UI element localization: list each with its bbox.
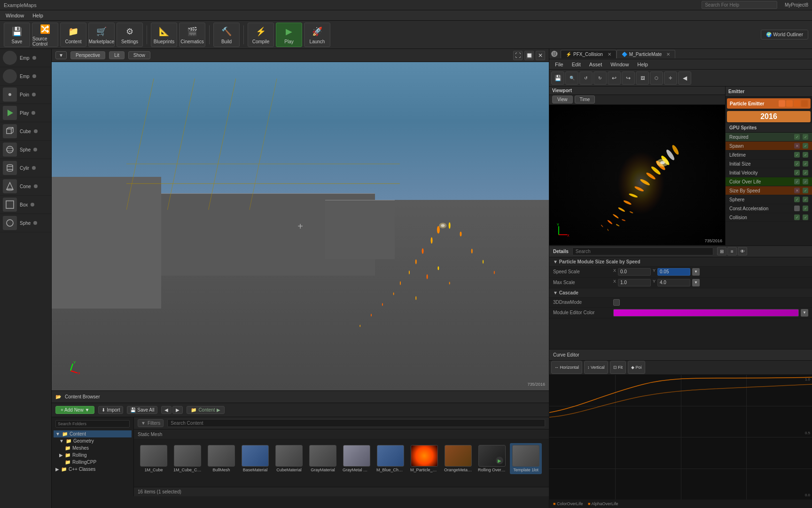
tree-item-cpp-classes[interactable]: ▶ 📁 C++ Classes bbox=[54, 466, 132, 473]
module-required[interactable]: Required ✓ ✓ bbox=[726, 133, 812, 142]
left-item-emp1[interactable]: Emp bbox=[0, 49, 51, 67]
asset-graymaterial[interactable]: GrayMaterial bbox=[307, 443, 339, 474]
toolbar-marketplace-btn[interactable]: 🛒 Marketplace bbox=[88, 23, 115, 47]
casc-bounds-btn[interactable]: ⬡ bbox=[650, 71, 663, 85]
pfx-close-icon[interactable]: ✕ bbox=[608, 52, 611, 57]
show-btn[interactable]: Show bbox=[128, 51, 150, 59]
module-color-over-life[interactable]: Color Over Life ✓ ✓ bbox=[726, 177, 812, 186]
module-spawn[interactable]: Spawn ✕ ✓ bbox=[726, 142, 812, 151]
toolbar-cinematics-btn[interactable]: 🎬 Cinematics bbox=[179, 23, 205, 47]
asset-1m-cube[interactable]: 1M_Cube bbox=[138, 443, 170, 474]
toolbar-settings-btn[interactable]: ⚙ Settings bbox=[117, 23, 143, 47]
lit-btn[interactable]: Lit bbox=[109, 51, 125, 59]
material-tab[interactable]: 🔷 M_ParticleMate ✕ bbox=[617, 50, 675, 58]
asset-template[interactable]: Template 1lot bbox=[510, 443, 542, 474]
viewport-toggle-btn[interactable]: ▼ bbox=[55, 51, 67, 59]
cascade-time-btn[interactable]: Time bbox=[575, 95, 595, 103]
cascade-help-menu[interactable]: Help bbox=[633, 61, 652, 68]
module-lifetime[interactable]: Lifetime ✓ ✓ bbox=[726, 151, 812, 159]
asset-bullmesh[interactable]: BullMesh bbox=[205, 443, 237, 474]
asset-mblue-checker[interactable]: M_Blue_Checker bbox=[375, 443, 406, 474]
perspective-btn[interactable]: Perspective bbox=[70, 51, 105, 59]
details-list-btn[interactable]: ≡ bbox=[727, 247, 737, 255]
add-new-btn[interactable]: + Add New ▼ bbox=[55, 406, 94, 414]
max-scale-menu-btn[interactable]: ▼ bbox=[692, 279, 700, 286]
casc-origin-btn[interactable]: ✛ bbox=[664, 71, 677, 85]
toolbar-blueprints-btn[interactable]: 📐 Blueprints bbox=[151, 23, 177, 47]
toolbar-save-btn[interactable]: 💾 Save bbox=[4, 23, 30, 47]
tree-item-rolling[interactable]: ▶ 📁 Rolling bbox=[54, 452, 132, 459]
filters-btn[interactable]: ▼ Filters bbox=[138, 419, 164, 427]
cascade-window-menu[interactable]: Window bbox=[607, 61, 632, 68]
casc-undo-btn[interactable]: ↩ bbox=[608, 71, 621, 85]
module-size-by-speed[interactable]: Size By Speed ✕ ✓ bbox=[726, 186, 812, 195]
asset-orangemetal[interactable]: OrangeMetal Material bbox=[442, 443, 474, 474]
speed-scale-x-input[interactable] bbox=[618, 268, 651, 276]
curve-poi-btn[interactable]: ◆ Poi bbox=[628, 361, 645, 374]
asset-mparticle-mat[interactable]: M_Particle_Mat bbox=[408, 443, 440, 474]
close-viewport-btn[interactable]: ✕ bbox=[536, 51, 545, 60]
save-all-btn[interactable]: 💾 Save All bbox=[127, 406, 157, 414]
tree-item-content[interactable]: ▼ 📁 Content bbox=[54, 430, 132, 437]
details-grid-btn[interactable]: ⊞ bbox=[717, 247, 726, 255]
search-help-placeholder[interactable]: Search For Help bbox=[702, 1, 777, 9]
casc-thumbnail-btn[interactable]: 🖼 bbox=[636, 71, 649, 85]
left-item-sphere1[interactable]: Sphe bbox=[0, 141, 51, 159]
casc-restart-level-btn[interactable]: ↻ bbox=[593, 71, 607, 85]
particle-emitter-box[interactable]: Particle Emitter bbox=[727, 98, 811, 109]
cascade-edit-menu[interactable]: Edit bbox=[568, 61, 585, 68]
menu-window[interactable]: Window bbox=[2, 12, 28, 19]
restore-btn[interactable]: 🔲 bbox=[524, 51, 534, 60]
left-item-box[interactable]: Box bbox=[0, 196, 51, 214]
speed-scale-menu-btn[interactable]: ▼ bbox=[692, 268, 700, 276]
max-scale-y-input[interactable] bbox=[657, 279, 690, 286]
toolbar-play-btn[interactable]: ▶ Play bbox=[276, 23, 302, 47]
left-item-sphere2[interactable]: Sphe bbox=[0, 214, 51, 232]
toolbar-build-btn[interactable]: 🔨 Build bbox=[213, 23, 240, 47]
left-item-cone[interactable]: Cone bbox=[0, 177, 51, 196]
main-viewport[interactable]: + X Y 735/2016 bbox=[52, 62, 549, 390]
module-initial-velocity[interactable]: Initial Velocity ✓ ✓ bbox=[726, 168, 812, 177]
asset-cubematerial[interactable]: CubeMaterial bbox=[273, 443, 305, 474]
cascade-file-menu[interactable]: File bbox=[551, 61, 567, 68]
module-const-acceleration[interactable]: Const Acceleration ✓ bbox=[726, 204, 812, 213]
back-btn[interactable]: ◀ bbox=[161, 406, 172, 414]
tree-item-rollingcpp[interactable]: 📁 RollingCPP bbox=[54, 459, 132, 466]
cascade-view-btn[interactable]: View bbox=[552, 95, 573, 103]
left-item-poin[interactable]: Poin bbox=[0, 86, 51, 104]
curve-horizontal-btn[interactable]: ↔ Horizontal bbox=[551, 361, 582, 374]
module-color-swatch[interactable] bbox=[613, 309, 799, 317]
asset-1m-cube-chamfe[interactable]: 1M_Cube_Chamfe bbox=[172, 443, 203, 474]
left-item-cube[interactable]: Cube bbox=[0, 122, 51, 141]
details-search-input[interactable] bbox=[572, 247, 713, 255]
3ddraw-checkbox[interactable] bbox=[613, 299, 620, 306]
details-eye-btn[interactable]: 👁 bbox=[738, 247, 747, 255]
pfx-collision-tab[interactable]: ⚡ PFX_Collision ✕ bbox=[561, 50, 617, 58]
asset-rolling-overview[interactable]: ▶ Rolling Overview bbox=[476, 443, 508, 474]
menu-help[interactable]: Help bbox=[29, 12, 47, 19]
asset-basematerial[interactable]: BaseMaterial bbox=[239, 443, 271, 474]
content-search-input[interactable] bbox=[167, 419, 545, 427]
left-item-play[interactable]: Play bbox=[0, 104, 51, 122]
material-close-icon[interactable]: ✕ bbox=[666, 52, 670, 57]
left-item-emp2[interactable]: Emp bbox=[0, 67, 51, 86]
tree-item-geometry[interactable]: ▼ 📁 Geometry bbox=[54, 437, 132, 444]
casc-find-btn[interactable]: 🔍 bbox=[565, 71, 578, 85]
folder-search-input[interactable] bbox=[55, 420, 130, 428]
casc-redo-btn[interactable]: ↪ bbox=[622, 71, 635, 85]
module-collision[interactable]: Collision ✓ ✓ bbox=[726, 213, 812, 222]
curve-vertical-btn[interactable]: ↕ Vertical bbox=[584, 361, 608, 374]
toolbar-launch-btn[interactable]: 🚀 Launch bbox=[304, 23, 330, 47]
cascade-asset-menu[interactable]: Asset bbox=[586, 61, 606, 68]
maximize-btn[interactable]: ⛶ bbox=[513, 51, 523, 60]
module-sphere[interactable]: Sphere ✓ ✓ bbox=[726, 195, 812, 204]
world-outliner-btn[interactable]: 🌍 World Outliner bbox=[761, 30, 808, 40]
curve-fit-btn[interactable]: ⊡ Fit bbox=[610, 361, 626, 374]
toolbar-compile-btn[interactable]: ⚡ Compile bbox=[248, 23, 274, 47]
toolbar-content-btn[interactable]: 📁 Content bbox=[60, 23, 86, 47]
speed-scale-y-input[interactable] bbox=[657, 268, 690, 276]
toolbar-source-control-btn[interactable]: 🔀 Source Control bbox=[32, 23, 58, 47]
left-item-cylinder[interactable]: Cylir bbox=[0, 159, 51, 177]
casc-save-btn[interactable]: 💾 bbox=[551, 71, 564, 85]
asset-graymetal[interactable]: GrayMetal Material bbox=[341, 443, 373, 474]
